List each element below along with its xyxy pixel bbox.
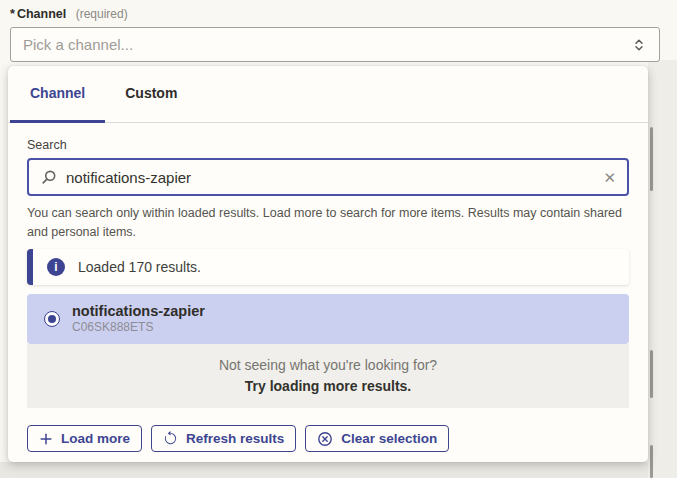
page-background-bottom bbox=[0, 462, 648, 478]
info-icon: i bbox=[47, 258, 65, 276]
tab-custom[interactable]: Custom bbox=[105, 66, 197, 123]
search-label: Search bbox=[27, 138, 629, 152]
close-icon[interactable]: ✕ bbox=[603, 170, 616, 185]
circle-x-icon bbox=[317, 431, 333, 447]
radio-selected-icon[interactable] bbox=[44, 311, 60, 327]
clear-selection-button[interactable]: Clear selection bbox=[305, 425, 449, 452]
select-placeholder: Pick a channel... bbox=[23, 36, 631, 53]
field-label: *Channel (required) bbox=[10, 7, 128, 21]
required-note: (required) bbox=[76, 7, 128, 21]
required-asterisk: * bbox=[10, 7, 15, 21]
refresh-icon bbox=[163, 431, 178, 446]
search-icon bbox=[40, 169, 57, 186]
refresh-results-label: Refresh results bbox=[186, 431, 284, 446]
scrollbar-thumb[interactable] bbox=[650, 350, 653, 398]
load-more-button[interactable]: Load more bbox=[27, 425, 142, 452]
hint-suggestion: Try loading more results. bbox=[27, 376, 629, 397]
search-input[interactable] bbox=[66, 169, 594, 186]
loaded-results-banner: i Loaded 170 results. bbox=[27, 249, 629, 285]
hint-question: Not seeing what you're looking for? bbox=[27, 355, 629, 376]
tab-bar: Channel Custom bbox=[8, 66, 648, 123]
clear-selection-label: Clear selection bbox=[341, 431, 437, 446]
refresh-results-button[interactable]: Refresh results bbox=[151, 425, 296, 452]
channel-option-selected[interactable]: notifications-zapier C06SK888ETS bbox=[27, 294, 629, 344]
action-button-row: Load more Refresh results bbox=[27, 425, 629, 452]
plus-icon bbox=[39, 432, 53, 446]
search-helper-text: You can search only within loaded result… bbox=[27, 204, 629, 242]
not-seeing-hint: Not seeing what you're looking for? Try … bbox=[27, 344, 629, 408]
channel-dropdown-panel: Channel Custom Search ✕ You can search o… bbox=[8, 66, 648, 462]
loaded-results-text: Loaded 170 results. bbox=[78, 259, 201, 275]
channel-select[interactable]: Pick a channel... bbox=[10, 27, 660, 62]
field-name: Channel bbox=[17, 7, 66, 21]
page-background-right bbox=[648, 60, 677, 478]
scrollbar-thumb[interactable] bbox=[650, 127, 653, 191]
dropdown-content: Search ✕ You can search only within load… bbox=[8, 123, 648, 462]
channel-id: C06SK888ETS bbox=[72, 320, 205, 335]
scrollbar-thumb[interactable] bbox=[650, 445, 653, 478]
search-field: ✕ bbox=[27, 158, 629, 196]
tab-channel[interactable]: Channel bbox=[10, 66, 105, 123]
load-more-label: Load more bbox=[61, 431, 130, 446]
channel-name: notifications-zapier bbox=[72, 303, 205, 320]
chevron-up-down-icon bbox=[631, 36, 647, 54]
